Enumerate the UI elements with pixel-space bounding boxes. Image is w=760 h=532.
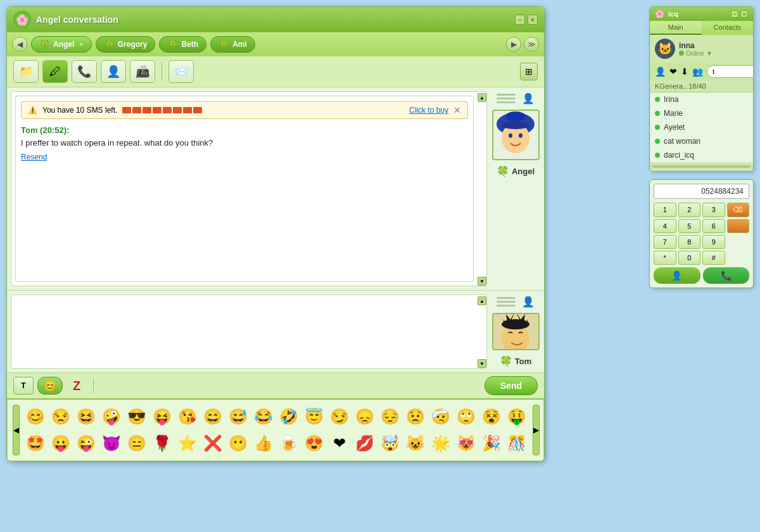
phone-key-9[interactable]: 9: [702, 235, 725, 249]
emoji-2[interactable]: 😒: [49, 405, 73, 429]
tab-play-button[interactable]: ▶: [506, 37, 521, 52]
emoji-34[interactable]: 💋: [353, 431, 377, 455]
phone-key-5[interactable]: 5: [678, 219, 701, 233]
emoji-11[interactable]: 🤣: [277, 405, 301, 429]
phone-key-7[interactable]: 7: [654, 235, 676, 249]
tab-ami[interactable]: 🍀 Ami: [210, 36, 255, 53]
scroll-up-button[interactable]: ▲: [478, 93, 486, 102]
emoji-28[interactable]: ❌: [201, 431, 225, 455]
phone-key-2[interactable]: 2: [678, 203, 701, 217]
emoji-14[interactable]: 😞: [353, 405, 377, 429]
emoji-39[interactable]: 🎉: [479, 431, 504, 455]
phone-key-1[interactable]: 1: [654, 203, 676, 217]
phone-key-orange[interactable]: [727, 219, 750, 233]
emoji-31[interactable]: 🍺: [277, 431, 301, 455]
minimize-button[interactable]: −: [515, 15, 525, 25]
emoji-32[interactable]: 😍: [302, 431, 326, 455]
tab-more-button[interactable]: ≫: [524, 37, 539, 52]
emoji-37[interactable]: 🌟: [429, 431, 453, 455]
tool-phone-button[interactable]: 📞: [72, 60, 97, 83]
input-scroll-up[interactable]: ▲: [478, 296, 486, 305]
phone-key-4[interactable]: 4: [654, 219, 676, 233]
phone-key-3[interactable]: 3: [702, 203, 725, 217]
icq-close-button[interactable]: ×: [740, 10, 748, 18]
emoji-26[interactable]: 🌹: [150, 431, 174, 455]
icq-icon-4[interactable]: 👥: [692, 66, 703, 77]
contact-marie[interactable]: Marie: [650, 106, 753, 120]
tab-angel[interactable]: 🍀 Angel ×: [31, 36, 92, 53]
emoji-23[interactable]: 😜: [74, 431, 98, 455]
phone-key-star[interactable]: *: [654, 251, 676, 265]
emoji-40[interactable]: 🎊: [505, 431, 529, 455]
sms-buy-link[interactable]: Click to buy: [409, 106, 448, 115]
phone-address-button[interactable]: 👤: [654, 267, 700, 284]
send-button[interactable]: Send: [484, 376, 538, 395]
phone-key-del[interactable]: ⌫: [727, 203, 750, 217]
emoji-9[interactable]: 😅: [226, 405, 250, 429]
emoji-27[interactable]: ⭐: [175, 431, 200, 455]
phone-key-8[interactable]: 8: [678, 235, 701, 249]
phone-key-hash[interactable]: #: [702, 251, 725, 265]
bold-z-button[interactable]: Z: [66, 377, 87, 395]
emoji-3[interactable]: 😆: [74, 405, 98, 429]
contact-irina[interactable]: Irina: [650, 92, 753, 106]
emoji-20[interactable]: 🤑: [505, 405, 529, 429]
sms-close-button[interactable]: ✕: [453, 105, 461, 115]
icq-tab-contacts[interactable]: Contacts: [702, 21, 754, 35]
emoji-30[interactable]: 👍: [251, 431, 276, 455]
emoji-scroll-left[interactable]: ◀: [13, 405, 20, 455]
emoji-15[interactable]: 😔: [378, 405, 402, 429]
text-format-button[interactable]: T: [13, 377, 34, 395]
tool-fax-button[interactable]: 📠: [130, 60, 155, 83]
icq-tab-main[interactable]: Main: [650, 21, 702, 35]
tab-gregory[interactable]: 🍀 Gregory: [96, 36, 156, 53]
emoji-25[interactable]: 😑: [125, 431, 149, 455]
emoji-19[interactable]: 😵: [479, 405, 504, 429]
emoji-21[interactable]: 🤩: [23, 431, 48, 455]
input-scroll-down[interactable]: ▼: [478, 359, 486, 368]
emoji-13[interactable]: 😏: [327, 405, 352, 429]
emoji-12[interactable]: 😇: [302, 405, 326, 429]
tab-angel-close[interactable]: ×: [79, 41, 83, 48]
icq-icon-1[interactable]: 👤: [655, 66, 666, 77]
emoji-36[interactable]: 😺: [403, 431, 428, 455]
emoji-16[interactable]: 😟: [403, 405, 428, 429]
emoji-1[interactable]: 😊: [23, 405, 48, 429]
emoji-24[interactable]: 😈: [99, 431, 124, 455]
close-button[interactable]: ×: [528, 15, 538, 25]
emoji-5[interactable]: 😎: [125, 405, 149, 429]
phone-key-0[interactable]: 0: [678, 251, 701, 265]
tool-file-button[interactable]: 📁: [13, 60, 39, 83]
tab-prev-button[interactable]: ◀: [12, 37, 27, 52]
emoji-7[interactable]: 😘: [175, 405, 200, 429]
emoji-35[interactable]: 🤯: [378, 431, 402, 455]
emoji-38[interactable]: 😻: [454, 431, 478, 455]
emoji-29[interactable]: 😶: [226, 431, 250, 455]
contact-catwoman[interactable]: cat woman: [650, 134, 753, 148]
phone-call-button[interactable]: 📞: [703, 267, 750, 284]
emoji-17[interactable]: 🤕: [429, 405, 453, 429]
icq-icon-3[interactable]: ⬇: [681, 66, 688, 77]
tool-person-button[interactable]: 👤: [101, 60, 126, 83]
resend-link[interactable]: Resend: [21, 153, 468, 162]
emoji-format-button[interactable]: 😊: [37, 377, 63, 395]
contact-ayelet[interactable]: Ayelet: [650, 120, 753, 134]
chat-messages[interactable]: ⚠️ You have 10 SMS left. Click to buy ✕: [15, 96, 474, 282]
message-input[interactable]: [15, 299, 474, 364]
scroll-down-button[interactable]: ▼: [478, 277, 486, 286]
tool-send-button[interactable]: 📨: [168, 60, 194, 83]
icq-search-input[interactable]: [707, 65, 754, 78]
phone-key-6[interactable]: 6: [702, 219, 725, 233]
icq-minimize-button[interactable]: −: [731, 10, 738, 18]
tool-edit-button[interactable]: 🖊: [42, 60, 68, 83]
emoji-18[interactable]: 🙄: [454, 405, 478, 429]
emoji-6[interactable]: 😝: [150, 405, 174, 429]
emoji-22[interactable]: 😛: [49, 431, 73, 455]
icq-icon-2[interactable]: ❤: [669, 66, 677, 77]
expand-button[interactable]: ⊞: [520, 63, 538, 80]
emoji-4[interactable]: 🤪: [99, 405, 124, 429]
contact-darci[interactable]: darci_icq: [650, 148, 753, 162]
emoji-scroll-right[interactable]: ▶: [533, 405, 540, 455]
tab-beth[interactable]: 🍀 Beth: [159, 36, 206, 53]
emoji-33[interactable]: ❤: [327, 431, 352, 455]
